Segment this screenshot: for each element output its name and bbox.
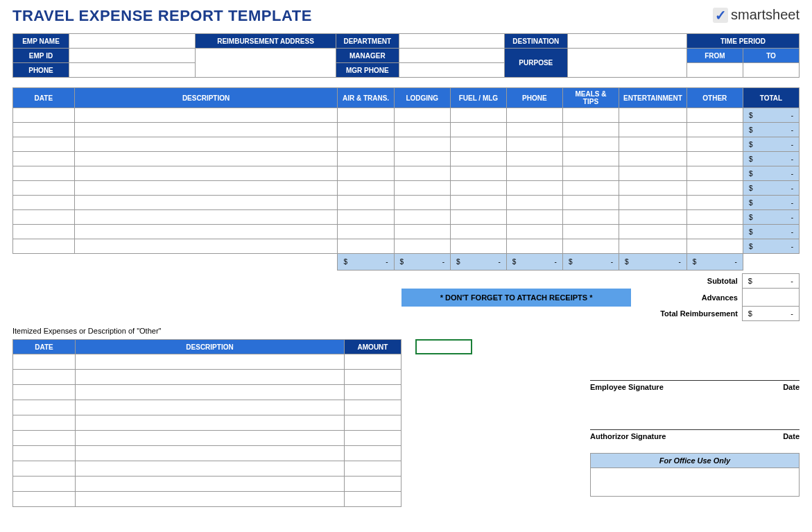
item-desc[interactable] [76,431,345,446]
item-amount[interactable] [345,385,401,400]
cell-other[interactable] [686,181,743,196]
manager-field[interactable] [399,49,504,63]
cell-desc[interactable] [74,137,338,152]
cell-meals[interactable] [562,137,619,152]
cell-desc[interactable] [74,210,338,225]
cell-meals[interactable] [562,210,619,225]
cell-fuel[interactable] [450,152,506,166]
cell-other[interactable] [686,239,743,254]
cell-air[interactable] [338,225,394,239]
cell-air[interactable] [338,108,394,123]
cell-desc[interactable] [74,239,338,254]
cell-fuel[interactable] [450,166,506,181]
cell-ent[interactable] [619,123,687,137]
cell-phone[interactable] [506,210,562,225]
item-desc[interactable] [76,385,345,400]
cell-other[interactable] [686,108,743,123]
cell-lodging[interactable] [394,108,450,123]
cell-fuel[interactable] [450,210,506,225]
cell-lodging[interactable] [394,210,450,225]
cell-date[interactable] [13,239,75,254]
cell-fuel[interactable] [450,181,506,196]
cell-lodging[interactable] [394,196,450,210]
item-amount[interactable] [345,400,401,415]
cell-desc[interactable] [74,152,338,166]
cell-phone[interactable] [506,123,562,137]
cell-ent[interactable] [619,225,687,239]
selected-cell[interactable] [415,339,472,354]
cell-air[interactable] [338,137,394,152]
item-date[interactable] [13,385,76,400]
item-date[interactable] [13,431,76,446]
cell-air[interactable] [338,196,394,210]
cell-other[interactable] [686,137,743,152]
cell-date[interactable] [13,152,75,166]
cell-fuel[interactable] [450,108,506,123]
cell-phone[interactable] [506,166,562,181]
item-amount[interactable] [345,492,401,507]
cell-lodging[interactable] [394,239,450,254]
item-date[interactable] [13,446,76,461]
authorizor-signature-line[interactable] [590,409,800,430]
item-date[interactable] [13,400,76,415]
cell-other[interactable] [686,225,743,239]
from-field[interactable] [687,63,743,78]
item-desc[interactable] [76,461,345,477]
to-field[interactable] [743,63,800,78]
item-amount[interactable] [345,354,401,370]
item-amount[interactable] [345,415,401,431]
item-desc[interactable] [76,477,345,492]
cell-phone[interactable] [506,108,562,123]
cell-desc[interactable] [74,196,338,210]
cell-meals[interactable] [562,225,619,239]
item-amount[interactable] [345,446,401,461]
cell-fuel[interactable] [450,225,506,239]
cell-ent[interactable] [619,210,687,225]
cell-phone[interactable] [506,239,562,254]
cell-desc[interactable] [74,166,338,181]
cell-air[interactable] [338,181,394,196]
cell-desc[interactable] [74,108,338,123]
mgr-phone-field[interactable] [399,63,504,78]
item-date[interactable] [13,415,76,431]
cell-date[interactable] [13,166,75,181]
reimb-addr-field[interactable] [196,49,336,78]
cell-air[interactable] [338,123,394,137]
cell-ent[interactable] [619,108,687,123]
cell-lodging[interactable] [394,166,450,181]
cell-other[interactable] [686,210,743,225]
purpose-field[interactable] [567,49,686,78]
phone-field[interactable] [69,63,196,78]
cell-fuel[interactable] [450,196,506,210]
item-desc[interactable] [76,492,345,507]
cell-desc[interactable] [74,181,338,196]
cell-air[interactable] [338,210,394,225]
item-date[interactable] [13,461,76,477]
cell-date[interactable] [13,210,75,225]
cell-other[interactable] [686,196,743,210]
cell-ent[interactable] [619,166,687,181]
cell-air[interactable] [338,166,394,181]
cell-phone[interactable] [506,181,562,196]
cell-other[interactable] [686,123,743,137]
advances-value[interactable] [742,289,799,307]
cell-desc[interactable] [74,225,338,239]
cell-ent[interactable] [619,196,687,210]
item-date[interactable] [13,354,76,370]
department-field[interactable] [399,34,504,49]
cell-fuel[interactable] [450,137,506,152]
cell-meals[interactable] [562,181,619,196]
item-amount[interactable] [345,461,401,477]
cell-date[interactable] [13,196,75,210]
cell-ent[interactable] [619,181,687,196]
cell-ent[interactable] [619,137,687,152]
cell-date[interactable] [13,181,75,196]
destination-field[interactable] [567,34,686,49]
cell-air[interactable] [338,152,394,166]
cell-phone[interactable] [506,152,562,166]
cell-ent[interactable] [619,239,687,254]
item-amount[interactable] [345,370,401,385]
cell-date[interactable] [13,225,75,239]
cell-meals[interactable] [562,166,619,181]
item-amount[interactable] [345,477,401,492]
